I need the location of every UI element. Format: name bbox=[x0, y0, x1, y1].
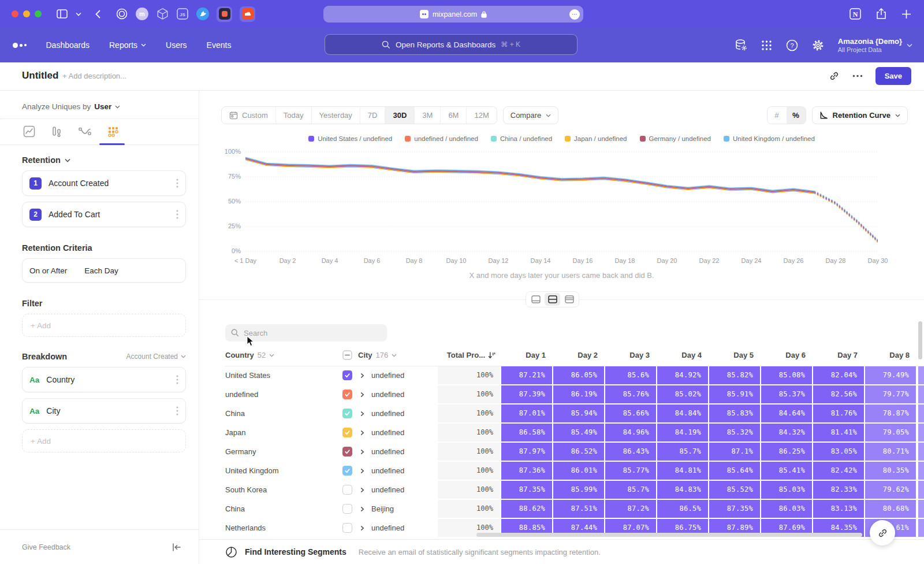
nav-reports[interactable]: Reports bbox=[109, 40, 146, 50]
retention-cell[interactable]: 87.51% bbox=[553, 500, 604, 518]
retention-cell[interactable]: 85.91% bbox=[709, 385, 760, 403]
retention-cell[interactable]: 85.08% bbox=[761, 366, 812, 384]
retention-step-2[interactable]: 2 Added To Cart bbox=[22, 202, 186, 227]
retention-cell[interactable]: 87.01% bbox=[501, 405, 552, 422]
product-extension-icon[interactable] bbox=[217, 6, 232, 22]
column-header-day[interactable]: Day 8 bbox=[865, 351, 917, 359]
share-link-fab[interactable] bbox=[870, 520, 895, 546]
tab-retention[interactable] bbox=[107, 125, 119, 144]
legend-item[interactable]: Germany / undefined bbox=[640, 135, 711, 142]
save-button[interactable]: Save bbox=[875, 67, 911, 85]
retention-cell[interactable]: 81.41% bbox=[813, 424, 864, 441]
retention-cell[interactable]: 87.1% bbox=[709, 443, 760, 461]
percent-toggle[interactable]: % bbox=[787, 107, 806, 124]
retention-cell[interactable]: 87.97% bbox=[501, 443, 552, 461]
retention-cell[interactable]: 82.42% bbox=[813, 462, 864, 480]
breakdown-event-selector[interactable]: Account Created bbox=[126, 352, 186, 361]
retention-section-title[interactable]: Retention bbox=[22, 155, 61, 165]
vertical-scrollbar[interactable] bbox=[918, 321, 922, 359]
breakdown-city[interactable]: Aa City bbox=[22, 398, 186, 424]
retention-cell[interactable]: 83.13% bbox=[813, 500, 864, 518]
retention-cell[interactable]: 86.25% bbox=[761, 443, 812, 461]
retention-cell[interactable]: 87.35% bbox=[709, 500, 760, 518]
column-header-day[interactable]: Day 4 bbox=[657, 351, 709, 359]
retention-cell[interactable]: 78.87% bbox=[865, 405, 916, 422]
row-checkbox[interactable] bbox=[342, 370, 352, 380]
retention-cell[interactable]: 82.04% bbox=[813, 366, 864, 384]
notion-icon[interactable]: N bbox=[850, 8, 861, 20]
row-checkbox[interactable] bbox=[342, 447, 352, 457]
compare-button[interactable]: Compare bbox=[503, 106, 558, 124]
expand-chevron-icon[interactable] bbox=[360, 487, 365, 493]
zoom-window-button[interactable] bbox=[35, 10, 42, 17]
range-yesterday[interactable]: Yesterday bbox=[311, 107, 360, 124]
legend-item[interactable]: United Kingdom / undefined bbox=[724, 135, 815, 142]
expand-chevron-icon[interactable] bbox=[360, 392, 365, 398]
back-button[interactable] bbox=[95, 10, 100, 18]
horizontal-scrollbar[interactable] bbox=[476, 533, 862, 537]
minimize-window-button[interactable] bbox=[23, 10, 30, 17]
expand-chevron-icon[interactable] bbox=[360, 449, 365, 455]
retention-cell[interactable]: 85.94% bbox=[553, 405, 604, 422]
retention-cell[interactable]: 85.64% bbox=[709, 462, 760, 480]
criteria-each-day[interactable]: Each Day bbox=[84, 266, 118, 275]
bird-extension-icon[interactable] bbox=[196, 8, 209, 20]
retention-cell[interactable]: 85.49% bbox=[553, 424, 604, 441]
retention-cell[interactable]: 84.19% bbox=[657, 424, 708, 441]
expand-chevron-icon[interactable] bbox=[360, 373, 365, 379]
legend-item[interactable]: Japan / undefined bbox=[565, 135, 627, 142]
retention-criteria-card[interactable]: On or After Each Day bbox=[22, 258, 186, 283]
legend-item[interactable]: United States / undefined bbox=[308, 135, 392, 142]
select-all-checkbox[interactable] bbox=[342, 350, 352, 360]
absolute-numbers-toggle[interactable]: # bbox=[767, 107, 787, 124]
retention-cell[interactable]: 83.05% bbox=[813, 443, 864, 461]
new-tab-icon[interactable] bbox=[901, 9, 911, 19]
chevron-down-icon[interactable] bbox=[76, 12, 81, 16]
retention-cell[interactable]: 85.7% bbox=[605, 481, 656, 499]
retention-cell[interactable]: 84.92% bbox=[657, 366, 708, 384]
mixpanel-logo[interactable] bbox=[13, 43, 27, 48]
column-header-total[interactable]: Total Pro... bbox=[438, 351, 500, 359]
find-segments-link[interactable]: Find Interesting Segments bbox=[245, 547, 346, 556]
project-switcher[interactable]: Amazonia {Demo} All Project Data bbox=[838, 37, 912, 53]
retention-cell[interactable]: 86.43% bbox=[605, 443, 656, 461]
row-checkbox[interactable] bbox=[342, 485, 352, 495]
retention-cell[interactable]: 84.84% bbox=[657, 405, 708, 422]
retention-cell[interactable]: 84.83% bbox=[657, 481, 708, 499]
range-today[interactable]: Today bbox=[275, 107, 311, 124]
tab-flows[interactable] bbox=[79, 125, 91, 144]
range-6m[interactable]: 6M bbox=[440, 107, 466, 124]
box-extension-icon[interactable] bbox=[156, 8, 169, 20]
m-extension-icon[interactable]: m bbox=[136, 8, 148, 20]
chart-only-view-button[interactable] bbox=[528, 293, 543, 306]
retention-cell[interactable]: 82.33% bbox=[813, 481, 864, 499]
share-icon[interactable] bbox=[876, 8, 886, 20]
retention-cell[interactable]: 86.52% bbox=[553, 443, 604, 461]
add-breakdown-button[interactable]: + Add bbox=[22, 429, 186, 452]
range-3m[interactable]: 3M bbox=[414, 107, 440, 124]
copy-link-icon[interactable] bbox=[829, 70, 840, 81]
retention-cell[interactable]: 85.82% bbox=[709, 366, 760, 384]
column-header-day[interactable]: Day 6 bbox=[761, 351, 813, 359]
retention-cell[interactable]: 82.56% bbox=[813, 385, 864, 403]
collapse-sidebar-icon[interactable] bbox=[172, 543, 181, 551]
tab-insights[interactable] bbox=[23, 125, 35, 144]
nav-users[interactable]: Users bbox=[166, 40, 187, 50]
retention-cell[interactable]: 85.76% bbox=[605, 385, 656, 403]
expand-chevron-icon[interactable] bbox=[360, 506, 365, 512]
retention-cell[interactable]: 80.68% bbox=[865, 500, 916, 518]
retention-cell[interactable]: 86.05% bbox=[553, 366, 604, 384]
breakdown-label[interactable]: Country bbox=[46, 375, 169, 384]
retention-cell[interactable]: 80.71% bbox=[865, 443, 916, 461]
retention-cell[interactable]: 84.81% bbox=[657, 462, 708, 480]
retention-cell[interactable]: 79.77% bbox=[865, 385, 916, 403]
column-header-city[interactable]: City 176 bbox=[358, 351, 397, 359]
expand-chevron-icon[interactable] bbox=[360, 411, 365, 417]
row-checkbox[interactable] bbox=[342, 428, 352, 437]
soundcloud-extension-icon[interactable] bbox=[240, 6, 255, 22]
column-header-day[interactable]: Day 7 bbox=[813, 351, 865, 359]
retention-cell[interactable]: 80.35% bbox=[865, 462, 916, 480]
range-30d[interactable]: 30D bbox=[385, 107, 414, 124]
retention-cell[interactable]: 86.03% bbox=[761, 500, 812, 518]
retention-cell[interactable]: 85.41% bbox=[761, 462, 812, 480]
